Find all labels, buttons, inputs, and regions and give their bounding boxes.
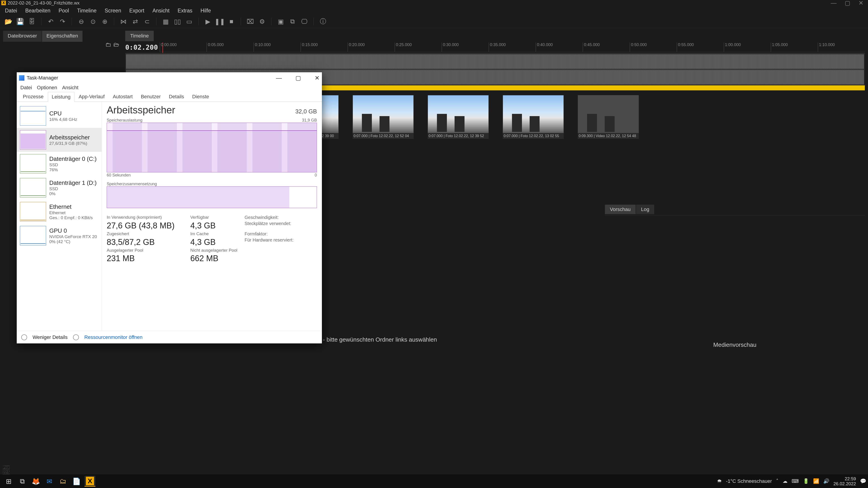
tm-usage-label: Speicherauslastung xyxy=(107,118,143,123)
tm-menu-item[interactable]: Ansicht xyxy=(62,85,79,91)
marker-icon[interactable]: ⋈ xyxy=(120,18,127,25)
tm-menu-item[interactable]: Optionen xyxy=(37,85,57,91)
cancel-icon[interactable]: ⌧ xyxy=(246,18,254,25)
sparkline-icon xyxy=(20,154,46,173)
tm-tab[interactable]: Prozesse xyxy=(19,92,48,101)
taskview-icon[interactable]: ⧉ xyxy=(17,476,28,487)
tm-tab[interactable]: Benutzer xyxy=(137,92,164,101)
firefox-icon[interactable]: 🦊 xyxy=(30,476,41,487)
undo-icon[interactable]: ↶ xyxy=(47,18,55,25)
monitor-icon[interactable]: 🖵 xyxy=(301,18,308,25)
taskbar-clock[interactable]: 22:59 26.02.2022 xyxy=(833,476,856,486)
save-icon[interactable]: 💾 xyxy=(16,18,24,25)
tm-close-icon[interactable]: ✕ xyxy=(315,74,320,82)
timeline-clip[interactable]: 0:07.000 | Foto 12.02.22, 13 02 55 xyxy=(503,95,564,139)
pause-icon[interactable]: ❚❚ xyxy=(216,18,223,25)
tm-tab[interactable]: Leistung xyxy=(48,92,74,102)
panels-icon[interactable]: ▣ xyxy=(277,18,285,25)
stat-committed-k: Zugesichert xyxy=(107,231,188,236)
start-icon[interactable]: ⊞ xyxy=(3,476,14,487)
tm-tab[interactable]: Autostart xyxy=(109,92,136,101)
timeline-clip[interactable]: 0:07.000 | Foto 12.02.22, 12 39 52 xyxy=(428,95,489,139)
menu-item[interactable]: Pool xyxy=(59,8,69,14)
tab-filebrowser[interactable]: Dateibrowser xyxy=(3,31,41,42)
tm-side-item-cpu[interactable]: CPU16% 4,68 GHz xyxy=(17,104,101,128)
chevron-up-icon[interactable] xyxy=(21,334,27,340)
zoom-out-icon[interactable]: ⊖ xyxy=(77,18,85,25)
maximize-icon[interactable]: ▢ xyxy=(845,0,850,6)
layout2-icon[interactable]: ▭ xyxy=(185,18,193,25)
magnet-icon[interactable]: ⊂ xyxy=(143,18,151,25)
menu-item[interactable]: Hilfe xyxy=(200,8,211,14)
video-app-taskbar-icon[interactable]: X xyxy=(85,476,95,487)
redo-icon[interactable]: ↷ xyxy=(59,18,66,25)
tab-time[interactable]: 22:5 xyxy=(3,470,10,475)
menu-item[interactable]: Datei xyxy=(5,8,17,14)
timeline-clip[interactable]: 0:09.300 | Video 12.02.22, 12 54 48 xyxy=(578,95,639,139)
menu-item[interactable]: Export xyxy=(129,8,144,14)
tm-tab[interactable]: Details xyxy=(165,92,188,101)
tab-protocol[interactable]: Prot xyxy=(3,465,10,469)
tm-title-text: Task-Manager xyxy=(27,75,58,81)
zoom-in-icon[interactable]: ⊕ xyxy=(101,18,108,25)
resmon-link[interactable]: Ressourcenmonitor öffnen xyxy=(84,334,143,340)
stat-committed-v: 83,5/87,2 GB xyxy=(107,237,188,247)
menu-item[interactable]: Timeline xyxy=(77,8,96,14)
timeline-tab[interactable]: Timeline xyxy=(125,31,154,41)
play-icon[interactable]: ▶ xyxy=(204,18,212,25)
fewer-details-link[interactable]: Weniger Details xyxy=(33,334,68,340)
weather-icon[interactable]: 🌨 xyxy=(717,478,722,484)
volume-icon[interactable]: 🔊 xyxy=(823,478,829,484)
tm-menubar: Datei Optionen Ansicht xyxy=(17,84,322,92)
folder-icon[interactable]: 🗀 xyxy=(105,41,111,48)
taskbar[interactable]: ⊞ ⧉ 🦊 ✉ 🗂 📄 X 🌨 -1°C Schneeschauer ˄ ☁ ⌨… xyxy=(0,475,868,488)
menu-item[interactable]: Bearbeiten xyxy=(25,8,51,14)
tm-menu-item[interactable]: Datei xyxy=(20,85,32,91)
menu-item[interactable]: Ansicht xyxy=(152,8,169,14)
tm-side-item-eth[interactable]: EthernetEthernetGes.: 0 Empf.: 0 KBit/s xyxy=(17,200,101,224)
grid-icon[interactable]: ▦ xyxy=(162,18,169,25)
layout1-icon[interactable]: ▯▯ xyxy=(174,18,181,25)
settings-icon[interactable]: ⚙ xyxy=(258,18,266,25)
tab-log[interactable]: Log xyxy=(636,205,654,214)
open-icon[interactable]: 📂 xyxy=(4,18,12,25)
minimize-icon[interactable]: — xyxy=(831,0,837,6)
tm-side-item-gpu[interactable]: GPU 0NVIDIA GeForce RTX 200% (42 °C) xyxy=(17,224,101,248)
tm-side-item-disk[interactable]: Datenträger 0 (C:)SSD76% xyxy=(17,152,101,176)
close-icon[interactable]: ✕ xyxy=(859,0,864,6)
titlebar[interactable]: X 2022-02-26_21-43-00_Fritzhütte.wx — ▢ … xyxy=(0,0,868,6)
tm-titlebar[interactable]: Task-Manager — ▢ ✕ xyxy=(17,72,322,84)
battery-icon[interactable]: 🔋 xyxy=(803,478,809,484)
notifications-icon[interactable]: 💬 xyxy=(860,478,866,484)
tm-side-item-disk[interactable]: Datenträger 1 (D:)SSD0% xyxy=(17,176,101,200)
tm-maximize-icon[interactable]: ▢ xyxy=(296,74,301,82)
tab-preview[interactable]: Vorschau xyxy=(605,205,636,214)
help-icon[interactable]: ⓘ xyxy=(319,18,327,25)
tm-tab[interactable]: Dienste xyxy=(188,92,213,101)
stop-icon[interactable]: ■ xyxy=(228,18,235,25)
tm-side-item-mem[interactable]: Arbeitsspeicher27,6/31,9 GB (87%) xyxy=(17,128,101,152)
tm-side-title: Datenträger 0 (C:) xyxy=(49,156,97,162)
menu-item[interactable]: Screen xyxy=(105,8,121,14)
wifi-icon[interactable]: 📶 xyxy=(813,478,819,484)
menu-item[interactable]: Extras xyxy=(178,8,192,14)
zoom-fit-icon[interactable]: ⊙ xyxy=(89,18,97,25)
save-all-icon[interactable]: 🗄 xyxy=(28,18,36,25)
tm-tab[interactable]: App-Verlauf xyxy=(75,92,108,101)
app-icon-1[interactable]: 📄 xyxy=(71,476,82,487)
folder-open-icon[interactable]: 🗁 xyxy=(114,41,119,48)
explorer-icon[interactable]: 🗂 xyxy=(57,476,68,487)
tm-minimize-icon[interactable]: — xyxy=(276,74,282,82)
windows-icon[interactable]: ⧉ xyxy=(289,18,296,25)
tab-properties[interactable]: Eigenschaften xyxy=(42,31,83,42)
mail-icon[interactable]: ✉ xyxy=(44,476,55,487)
onedrive-icon[interactable]: ☁ xyxy=(782,478,787,484)
weather-text[interactable]: -1°C Schneeschauer xyxy=(726,478,772,484)
tray-chevron-icon[interactable]: ˄ xyxy=(776,478,778,484)
task-manager-window[interactable]: Task-Manager — ▢ ✕ Datei Optionen Ansich… xyxy=(17,72,322,344)
time-ruler[interactable]: 0:00.0000:05.0000:10.0000:15.0000:20.000… xyxy=(160,42,865,52)
keyboard-icon[interactable]: ⌨ xyxy=(792,478,799,484)
split-icon[interactable]: ⇄ xyxy=(131,18,139,25)
tm-side-title: CPU xyxy=(49,110,77,117)
timeline-clip[interactable]: 0:07.000 | Foto 12.02.22, 12 52 04 xyxy=(352,95,414,139)
